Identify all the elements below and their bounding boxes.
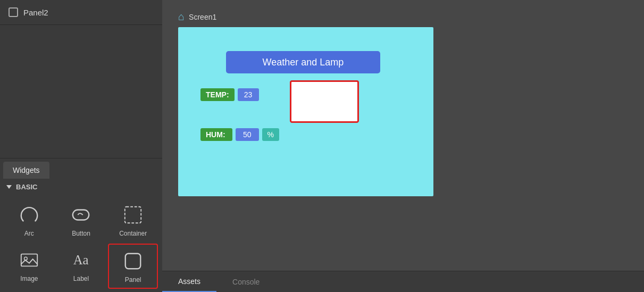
bottom-bar: Assets Console — [162, 271, 644, 292]
home-icon: ⌂ — [178, 11, 185, 23]
widget-item-button[interactable]: Button — [56, 198, 106, 241]
hum-value: 50 — [236, 128, 259, 141]
hum-label: HUM: — [200, 128, 232, 141]
widget-item-label[interactable]: Aa Label — [56, 244, 106, 289]
panel-header: Panel2 — [0, 0, 162, 25]
widget-item-arc[interactable]: Arc — [4, 198, 54, 241]
svg-rect-5 — [126, 254, 141, 269]
svg-rect-1 — [125, 207, 141, 223]
weather-lamp-button[interactable]: Weather and Lamp — [226, 51, 380, 73]
screen-container: ⌂ Screen1 Weather and Lamp TEMP: 23 HUM:… — [178, 11, 433, 196]
screen-frame[interactable]: Weather and Lamp TEMP: 23 HUM: 50 % — [178, 27, 433, 196]
widget-grid: Arc Button — [0, 195, 162, 292]
collapse-icon — [6, 185, 12, 189]
label-label: Label — [73, 275, 89, 282]
temp-value: 23 — [238, 88, 259, 101]
left-panel: Panel2 Widgets BASIC Arc — [0, 0, 162, 292]
widget-item-container[interactable]: Container — [108, 198, 158, 241]
widgets-tab[interactable]: Widgets — [3, 162, 49, 179]
panel-title: Panel2 — [23, 8, 48, 17]
widget-item-panel[interactable]: Panel — [108, 244, 158, 289]
temp-label: TEMP: — [200, 88, 235, 101]
panel-checkbox[interactable] — [9, 7, 18, 17]
panel-label: Panel — [125, 276, 141, 283]
screen-label-row: ⌂ Screen1 — [178, 11, 216, 23]
selected-panel-widget[interactable] — [290, 80, 359, 123]
basic-section-header[interactable]: BASIC — [0, 179, 162, 195]
widgets-tab-area: Widgets BASIC Arc — [0, 158, 162, 292]
container-icon — [121, 203, 145, 227]
svg-rect-0 — [73, 210, 89, 220]
hum-row: HUM: 50 % — [200, 128, 279, 141]
image-label: Image — [20, 275, 38, 282]
button-icon — [69, 203, 93, 227]
button-label: Button — [72, 230, 90, 237]
svg-rect-2 — [21, 254, 37, 266]
arc-icon — [17, 203, 41, 227]
temp-row: TEMP: 23 — [200, 88, 259, 101]
widget-item-image[interactable]: Image — [4, 244, 54, 289]
main-area: ⌂ Screen1 Weather and Lamp TEMP: 23 HUM:… — [162, 0, 644, 271]
arc-label: Arc — [24, 230, 34, 237]
hum-unit: % — [262, 128, 279, 141]
basic-label: BASIC — [16, 183, 37, 191]
svg-text:Aa: Aa — [73, 253, 89, 267]
widgets-content: BASIC Arc — [0, 179, 162, 292]
panel-icon — [121, 249, 145, 273]
console-tab[interactable]: Console — [216, 271, 275, 292]
assets-tab[interactable]: Assets — [162, 271, 216, 292]
container-label: Container — [119, 230, 147, 237]
image-icon — [17, 248, 41, 272]
svg-point-3 — [24, 257, 27, 260]
label-icon: Aa — [69, 248, 93, 272]
screen-name-label: Screen1 — [189, 13, 216, 21]
